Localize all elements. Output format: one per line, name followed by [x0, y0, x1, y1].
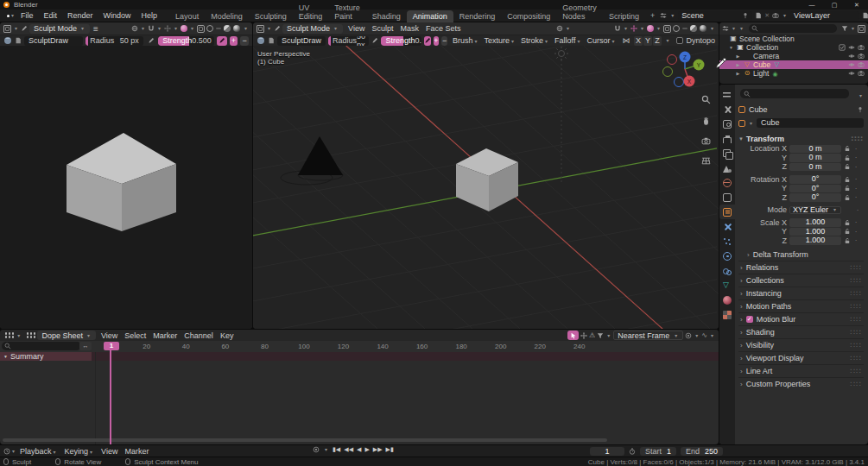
- radius-pressure-icon[interactable]: [371, 36, 378, 46]
- expand-toggle[interactable]: ▶: [735, 71, 741, 76]
- show-gizmo-icon[interactable]: [663, 25, 671, 33]
- brush-panel-dropdown[interactable]: Stroke▾: [518, 36, 552, 45]
- transform-value-field[interactable]: 1.000: [789, 236, 841, 245]
- workspace-tab[interactable]: Layout: [169, 10, 205, 22]
- brush-icon[interactable]: [3, 36, 12, 45]
- properties-tab[interactable]: [719, 131, 735, 146]
- expand-channels-button[interactable]: ↔: [79, 342, 92, 350]
- brush-panel-dropdown[interactable]: Brush▾: [450, 36, 482, 45]
- only-selected-toggle[interactable]: [567, 331, 579, 340]
- shading-rendered-icon[interactable]: [700, 25, 706, 32]
- animate-dot[interactable]: ·: [853, 163, 858, 171]
- timeline-menu-item[interactable]: Marker▾: [121, 447, 152, 456]
- start-frame-field[interactable]: Start 1: [640, 447, 676, 456]
- properties-filter-caret[interactable]: ▾: [859, 93, 862, 98]
- strength-decrease-button[interactable]: −: [240, 36, 249, 46]
- dope-menu-item[interactable]: Marker: [149, 331, 181, 340]
- animate-dot[interactable]: ·: [853, 145, 858, 153]
- lock-icon[interactable]: [844, 219, 851, 226]
- render-visibility-icon[interactable]: [858, 61, 865, 68]
- viewport-menu-item[interactable]: Mask: [396, 24, 422, 33]
- previous-keyframe-button[interactable]: ◀◀: [344, 446, 353, 453]
- workspace-tab[interactable]: Shading: [366, 10, 407, 22]
- animate-dot[interactable]: ·: [853, 185, 858, 192]
- outliner-row[interactable]: ▶ Camera: [719, 52, 868, 60]
- collapsed-panel[interactable]: › ✓ Motion Paths ∷∷: [738, 299, 864, 312]
- dyntopo-checkbox[interactable]: [676, 37, 683, 44]
- rotation-mode-dropdown[interactable]: XYZ Euler ▾: [789, 206, 841, 215]
- hide-eye-icon[interactable]: [848, 70, 855, 77]
- jump-to-start-button[interactable]: ▮◀: [333, 446, 340, 453]
- outliner-search-input[interactable]: [749, 24, 837, 33]
- transform-panel-header[interactable]: ▼ Transform ∷∷: [738, 133, 864, 144]
- collapsed-panel[interactable]: › ✓ Collections ∷∷: [738, 274, 864, 287]
- snap-magnet-icon[interactable]: [614, 25, 621, 32]
- editor-type-caret[interactable]: ▾: [17, 333, 20, 338]
- end-frame-field[interactable]: End 250: [681, 447, 723, 456]
- symmetry-axis-toggle[interactable]: X: [634, 36, 643, 46]
- hide-eye-icon[interactable]: [848, 44, 855, 51]
- menu-item[interactable]: File: [16, 11, 39, 20]
- panel-drag-handle[interactable]: ∷∷: [851, 276, 862, 285]
- expand-toggle[interactable]: ▼: [728, 45, 734, 50]
- summary-channel[interactable]: ▼ Summary: [0, 352, 719, 361]
- menu-item[interactable]: Help: [136, 11, 163, 20]
- lock-icon[interactable]: [844, 185, 851, 192]
- proportional-edit-icon[interactable]: [630, 25, 637, 32]
- radius-pressure-icon[interactable]: [146, 36, 155, 46]
- strength-pressure-icon[interactable]: [424, 36, 431, 46]
- timeline-menu-item[interactable]: Playback▾: [16, 447, 61, 456]
- hide-eye-icon[interactable]: [848, 61, 855, 68]
- viewlayer-selector[interactable]: ViewLayer: [790, 11, 859, 21]
- easing-icon[interactable]: ∿: [701, 331, 707, 339]
- strength-slider[interactable]: Strength 0.500: [158, 36, 214, 46]
- panel-drag-handle[interactable]: ∷∷: [851, 328, 862, 337]
- brush-panel-dropdown[interactable]: Cursor▾: [584, 36, 618, 45]
- orientation-globe-icon[interactable]: [556, 25, 563, 32]
- panel-drag-handle[interactable]: ∷∷: [851, 263, 862, 272]
- radius-slider[interactable]: Radius 50 px: [328, 36, 369, 46]
- properties-tab[interactable]: [719, 278, 735, 293]
- proportional-caret[interactable]: ▾: [174, 26, 177, 31]
- outliner-row[interactable]: ▶ Cube: [719, 60, 868, 69]
- shading-material-icon[interactable]: [690, 25, 697, 32]
- shading-caret[interactable]: ▾: [711, 26, 713, 31]
- viewlayer-caret[interactable]: ▾: [783, 13, 786, 18]
- new-scene-icon[interactable]: [755, 12, 762, 19]
- radius-slider[interactable]: Radius 50 px: [86, 36, 143, 46]
- unlink-scene-icon[interactable]: ✕: [764, 12, 770, 19]
- timeline-menu-item[interactable]: Keying▾: [61, 447, 98, 456]
- outliner-row[interactable]: ▶ Light: [719, 69, 868, 78]
- snap-magnet-icon[interactable]: [148, 25, 155, 32]
- collapsed-panel[interactable]: › ✓ Line Art ∷∷: [738, 364, 864, 377]
- falloff-caret[interactable]: ▾: [191, 26, 193, 31]
- strength-increase-button[interactable]: +: [434, 36, 440, 46]
- animate-dot[interactable]: ·: [853, 218, 858, 226]
- pin-icon[interactable]: [742, 12, 749, 19]
- falloff-caret[interactable]: ▾: [657, 26, 660, 31]
- hide-eye-icon[interactable]: [848, 53, 855, 60]
- dope-menu-item[interactable]: View: [98, 331, 121, 340]
- collapsed-panel[interactable]: › ✓ Shading ∷∷: [738, 325, 864, 338]
- properties-editor-type-icon[interactable]: [719, 87, 735, 102]
- properties-tab[interactable]: [719, 293, 735, 307]
- dope-mode-dropdown[interactable]: Dope Sheet ▾: [37, 331, 96, 340]
- viewport-menu-item[interactable]: Sculpt: [368, 24, 396, 33]
- add-workspace-button[interactable]: +: [645, 11, 660, 20]
- proportional-keys-caret[interactable]: ▾: [695, 333, 698, 338]
- properties-tab[interactable]: [719, 249, 735, 263]
- lock-icon[interactable]: [844, 154, 851, 161]
- shading-rendered-icon[interactable]: [233, 25, 240, 32]
- animate-dot[interactable]: ·: [853, 154, 858, 161]
- right-viewport-canvas[interactable]: Z Y X: [253, 46, 719, 329]
- properties-tab[interactable]: [719, 146, 735, 161]
- filter-caret[interactable]: ▾: [852, 26, 854, 31]
- dope-sheet-mode-icon[interactable]: [27, 332, 29, 334]
- playhead[interactable]: [110, 350, 111, 444]
- workspace-tab[interactable]: Sculpting: [249, 10, 293, 22]
- lock-icon[interactable]: [844, 176, 851, 183]
- outliner-row[interactable]: Scene Collection: [719, 35, 868, 43]
- auto-key-caret[interactable]: ▾: [325, 447, 327, 452]
- jump-to-end-button[interactable]: ▶▮: [386, 446, 394, 453]
- transform-value-field[interactable]: 0°: [789, 193, 841, 202]
